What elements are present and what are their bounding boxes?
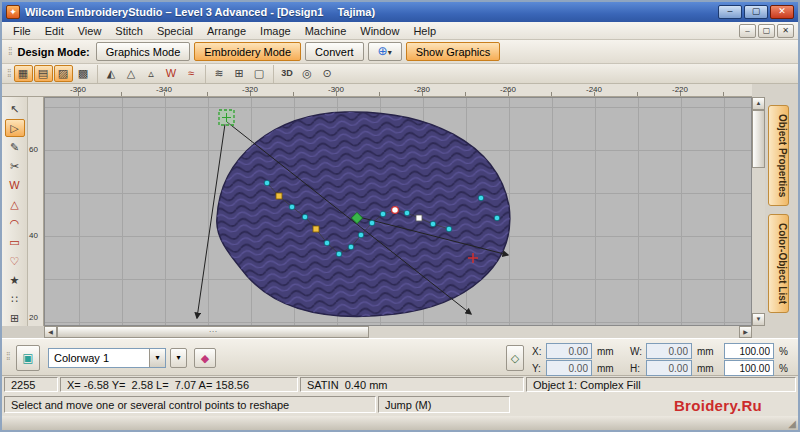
scroll-down-icon[interactable]: ▼	[752, 313, 765, 326]
chevron-down-icon: ▾	[388, 48, 392, 57]
tab-color-object-list[interactable]: Color-Object List	[768, 214, 789, 313]
column-tool[interactable]: △	[5, 195, 25, 213]
hoop-globe-dropdown[interactable]: ⊕▾	[368, 42, 402, 61]
white-control-point[interactable]	[416, 215, 422, 221]
arc-tool[interactable]: ◠	[5, 214, 25, 232]
column-c-icon[interactable]: ▵	[142, 65, 161, 82]
redraw-icon[interactable]: ◎	[298, 65, 317, 82]
selected-object-info: Object 1: Complex Fill	[526, 377, 796, 392]
window-title-suffix: Tajima)	[337, 6, 375, 18]
w-input[interactable]	[646, 343, 692, 359]
scroll-track[interactable]	[752, 168, 765, 313]
exit-point-handle[interactable]	[392, 207, 399, 214]
maximize-button[interactable]: ▢	[744, 5, 768, 19]
menu-window[interactable]: Window	[353, 24, 406, 38]
hint-bar: Select and move one or several control p…	[2, 394, 798, 416]
start-anchor-handle[interactable]	[219, 110, 234, 125]
pattern-tool[interactable]: ∷	[5, 290, 25, 308]
horizontal-scrollbar[interactable]: ◀ ⋯ ▶	[44, 326, 752, 338]
menu-machine[interactable]: Machine	[298, 24, 354, 38]
watermark: Broidery.Ru	[674, 397, 762, 414]
zoom-box-icon[interactable]: ⊙	[318, 65, 337, 82]
stitch-toolbar: ⁞⁞ ▦ ▤ ▨ ▩ ◭ △ ▵ W ≈ ≋ ⊞ ▢ 3D ◎ ⊙	[2, 64, 798, 84]
colorway-combobox[interactable]: Colorway 1 ▾	[48, 348, 166, 368]
colorway-value: Colorway 1	[49, 352, 149, 364]
column-a-icon[interactable]: ◭	[102, 65, 121, 82]
tatami-fill-icon[interactable]: ▦	[14, 65, 33, 82]
snap-grid-tool[interactable]: ⊞	[5, 309, 25, 327]
color-palette-button[interactable]: ▣	[16, 345, 40, 371]
lettering-tool[interactable]: W	[5, 176, 25, 194]
mdi-restore-button[interactable]: ▢	[758, 24, 775, 38]
ruler-label: 20	[29, 313, 38, 322]
lettering-icon[interactable]: W	[162, 65, 181, 82]
chevron-down-icon[interactable]: ▾	[149, 349, 165, 367]
embroidery-mode-button[interactable]: Embroidery Mode	[194, 42, 301, 61]
y-label: Y:	[532, 363, 541, 374]
motif-fill-icon[interactable]: ▨	[54, 65, 73, 82]
horizontal-scroll-thumb[interactable]: ⋯	[57, 326, 369, 338]
resize-grip[interactable]: ◢	[788, 418, 796, 429]
minimize-button[interactable]: –	[718, 5, 742, 19]
3d-view-icon[interactable]: 3D	[278, 65, 297, 82]
scroll-track[interactable]	[369, 326, 739, 338]
stitch-edit-tool[interactable]: ✎	[5, 138, 25, 156]
scroll-left-icon[interactable]: ◀	[44, 326, 57, 338]
menu-image[interactable]: Image	[253, 24, 298, 38]
mdi-close-button[interactable]: ✕	[777, 24, 794, 38]
contour-fill-icon[interactable]: ▩	[74, 65, 93, 82]
star-shape-tool[interactable]: ★	[5, 271, 25, 289]
mdi-minimize-button[interactable]: –	[739, 24, 756, 38]
scale-x-percent-label: %	[779, 346, 788, 357]
graphics-mode-button[interactable]: Graphics Mode	[96, 42, 191, 61]
complex-fill-tool[interactable]: ▭	[5, 233, 25, 251]
convert-button[interactable]: Convert	[305, 42, 364, 61]
toolbar-grip-icon[interactable]: ⁞⁞	[6, 351, 10, 362]
toolbar-grip-icon[interactable]: ⁞⁞	[7, 68, 11, 79]
docked-panel-tabs: Object Properties Color-Object List	[765, 97, 792, 338]
titlebar: ✦ Wilcom EmbroideryStudio – Level 3 Adva…	[2, 2, 798, 22]
menu-view[interactable]: View	[71, 24, 109, 38]
scale-y-input[interactable]	[724, 360, 774, 376]
menu-help[interactable]: Help	[406, 24, 443, 38]
hoop-toggle-icon[interactable]: ▢	[250, 65, 269, 82]
h-input[interactable]	[646, 360, 692, 376]
x-input[interactable]	[546, 343, 592, 359]
cycle-colors-button[interactable]: ◆	[194, 348, 216, 368]
column-b-icon[interactable]: △	[122, 65, 141, 82]
design-canvas[interactable]	[44, 97, 752, 326]
complex-fill-object[interactable]	[217, 112, 510, 316]
run-stitch-icon[interactable]: ≋	[210, 65, 229, 82]
toolbar-grip-icon[interactable]: ⁞⁞	[8, 46, 12, 57]
y-input[interactable]	[546, 360, 592, 376]
menu-stitch[interactable]: Stitch	[108, 24, 150, 38]
h-unit-label: mm	[697, 363, 714, 374]
w-unit-label: mm	[697, 346, 714, 357]
workspace: -360 -340 -320 -300 -280 -260 -240 -220 …	[2, 84, 798, 338]
colorway-dropdown-button[interactable]: ▾	[170, 348, 187, 368]
show-graphics-button[interactable]: Show Graphics	[406, 42, 501, 61]
globe-icon: ⊕	[378, 44, 388, 58]
menu-special[interactable]: Special	[150, 24, 200, 38]
reshape-tool[interactable]: ▷	[5, 119, 25, 137]
reference-edit-button[interactable]: ◇	[506, 345, 524, 371]
scale-x-input[interactable]	[724, 343, 774, 359]
vertical-scrollbar[interactable]: ▲ ▼	[752, 97, 765, 326]
property-bar: ⁞⁞ ▣ Colorway 1 ▾ ▾ ◆ ◇ X: mm W: mm % Y:…	[2, 338, 798, 376]
current-stitch-info: SATIN 0.40 mm	[300, 377, 524, 392]
scroll-right-icon[interactable]: ▶	[739, 326, 752, 338]
w-label: W:	[630, 346, 642, 357]
select-tool[interactable]: ↖	[5, 100, 25, 118]
heart-shape-tool[interactable]: ♡	[5, 252, 25, 270]
freehand-icon[interactable]: ≈	[182, 65, 201, 82]
close-button[interactable]: ✕	[770, 5, 794, 19]
scroll-up-icon[interactable]: ▲	[752, 97, 765, 110]
tab-object-properties[interactable]: Object Properties	[768, 105, 789, 206]
menu-file[interactable]: File	[6, 24, 38, 38]
satin-fill-icon[interactable]: ▤	[34, 65, 53, 82]
grid-toggle-icon[interactable]: ⊞	[230, 65, 249, 82]
vertical-scroll-thumb[interactable]	[752, 110, 765, 168]
menu-edit[interactable]: Edit	[38, 24, 71, 38]
knife-tool[interactable]: ✂	[5, 157, 25, 175]
menu-arrange[interactable]: Arrange	[200, 24, 253, 38]
